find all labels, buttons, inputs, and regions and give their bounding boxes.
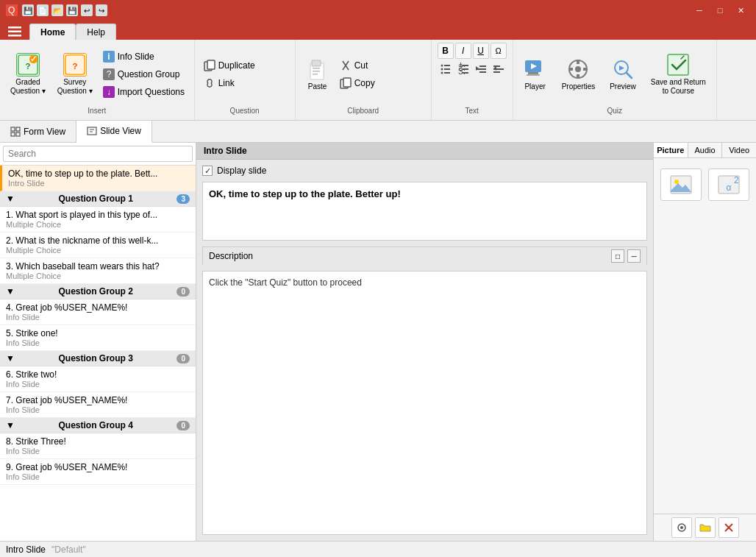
content-header: Intro Slide: [196, 143, 653, 160]
folder-tool-button[interactable]: [695, 517, 716, 538]
paste-icon: [306, 57, 329, 81]
list-item[interactable]: 5. Strike one! Info Slide: [0, 325, 196, 351]
duplicate-icon: [204, 60, 215, 71]
image-insert-button[interactable]: [660, 168, 702, 201]
italic-button[interactable]: I: [455, 43, 471, 59]
group1-badge: 3: [176, 194, 190, 204]
tab-help[interactable]: Help: [76, 24, 116, 40]
settings-tool-button[interactable]: [671, 517, 692, 538]
player-button[interactable]: Player: [519, 54, 552, 94]
list-item[interactable]: 4. Great job %USER_NAME%! Info Slide: [0, 299, 196, 325]
survey-question-button[interactable]: ? SurveyQuestion ▾: [53, 50, 97, 99]
text-format-row1: B I U Ω: [438, 43, 507, 59]
insert-buttons: ? ✓ GradedQuestion ▾ ? SurveyQuestion ▾: [6, 43, 188, 105]
bold-button[interactable]: B: [438, 43, 454, 59]
tab-home[interactable]: Home: [29, 24, 76, 40]
duplicate-button[interactable]: Duplicate: [201, 57, 289, 74]
form-view-icon: [10, 127, 21, 137]
clipboard-group-label: Clipboard: [347, 105, 379, 117]
item-subtitle: Info Slide: [6, 338, 190, 347]
list-item[interactable]: 8. Strike Three! Info Slide: [0, 433, 196, 459]
form-view-tab[interactable]: Form View: [0, 121, 76, 142]
list-item[interactable]: 7. Great job %USER_NAME%! Info Slide: [0, 392, 196, 418]
survey-question-icon: ?: [63, 53, 87, 77]
search-input[interactable]: [3, 146, 193, 162]
info-slide-button[interactable]: i Info Slide: [100, 49, 188, 65]
clipboard-buttons: Paste Cut Copy: [302, 43, 425, 105]
import-questions-icon: ↓: [103, 86, 115, 98]
item-subtitle: Info Slide: [6, 472, 190, 481]
minimize-button[interactable]: ─: [690, 3, 709, 18]
save-return-icon: [666, 53, 690, 77]
app-menu-button[interactable]: [3, 24, 26, 40]
right-panel: Picture Audio Video α 2: [653, 143, 756, 541]
underline-button[interactable]: U: [473, 43, 489, 59]
indent-decrease-button[interactable]: [473, 60, 489, 77]
slide-view-tab[interactable]: Slide View: [76, 121, 152, 143]
slide-view-icon: [87, 126, 97, 136]
player-icon: [524, 57, 547, 81]
numbered-list-button[interactable]: 1.2.3.: [455, 60, 471, 77]
bullets-button[interactable]: [438, 60, 454, 77]
svg-text:?: ?: [72, 61, 77, 70]
list-item[interactable]: 6. Strike two! Info Slide: [0, 366, 196, 392]
open-icon[interactable]: 📂: [51, 4, 63, 16]
list-item[interactable]: 2. What is the nickname of this well-k..…: [0, 233, 196, 258]
undo-icon[interactable]: ↩: [81, 4, 93, 16]
new-icon[interactable]: 📄: [37, 4, 49, 16]
item-subtitle: Multiple Choice: [6, 246, 190, 255]
svg-rect-18: [207, 60, 215, 69]
ribbon-group-clipboard: Paste Cut Copy Clipboard: [296, 40, 432, 120]
group3-header[interactable]: ▼ Question Group 3 0: [0, 351, 196, 366]
clipboard-small-buttons: Cut Copy: [337, 57, 425, 91]
ribbon-group-insert: ? ✓ GradedQuestion ▾ ? SurveyQuestion ▾: [0, 40, 195, 120]
desc-collapse-button[interactable]: ─: [627, 249, 641, 263]
app-icon: Q: [6, 4, 18, 16]
question-group-button[interactable]: ? Question Group: [100, 66, 188, 82]
description-text-area[interactable]: Click the "Start Quiz" button to proceed: [202, 271, 647, 535]
title-bar-left: Q 💾 📄 📂 💾 ↩ ↪: [6, 4, 107, 16]
svg-rect-44: [493, 68, 504, 70]
save2-icon[interactable]: 💾: [66, 4, 78, 16]
list-item[interactable]: 1. What sport is played in this type of.…: [0, 207, 196, 233]
graded-question-button[interactable]: ? ✓ GradedQuestion ▾: [6, 50, 50, 99]
intro-slide-item[interactable]: OK, time to step up to the plate. Bett..…: [0, 166, 196, 191]
main-text-editor[interactable]: OK, time to step up to the plate. Better…: [202, 182, 647, 241]
desc-expand-button[interactable]: □: [611, 249, 624, 263]
question-group-label: Question: [230, 105, 260, 117]
tab-audio[interactable]: Audio: [688, 143, 723, 157]
group1-header[interactable]: ▼ Question Group 1 3: [0, 191, 196, 207]
display-slide-checkbox[interactable]: [202, 166, 213, 176]
item-title: 6. Strike two!: [6, 369, 190, 380]
display-slide-label: Display slide: [217, 166, 266, 176]
paste-button[interactable]: Paste: [302, 54, 334, 94]
list-item[interactable]: 9. Great job %USER_NAME%! Info Slide: [0, 459, 196, 485]
save-return-button[interactable]: Save and Returnto Course: [646, 50, 710, 99]
formula-insert-button[interactable]: α 2: [708, 168, 749, 201]
cut-button[interactable]: Cut: [337, 57, 425, 74]
list-item[interactable]: 3. Which baseball team wears this hat? M…: [0, 258, 196, 284]
import-questions-button[interactable]: ↓ Import Questions: [100, 84, 188, 100]
sidebar-list: OK, time to step up to the plate. Bett..…: [0, 166, 196, 541]
properties-button[interactable]: Properties: [557, 54, 600, 94]
copy-button[interactable]: Copy: [337, 75, 425, 91]
redo-icon[interactable]: ↪: [96, 4, 107, 16]
description-header: Description □ ─: [202, 246, 647, 265]
close-button[interactable]: ✕: [731, 3, 750, 18]
group4-header[interactable]: ▼ Question Group 4 0: [0, 418, 196, 433]
group2-header[interactable]: ▼ Question Group 2 0: [0, 284, 196, 299]
media-buttons-area: α 2: [654, 158, 756, 211]
delete-tool-button[interactable]: [718, 517, 739, 538]
save-icon[interactable]: 💾: [22, 4, 34, 16]
insert-group-label: Insert: [88, 105, 106, 117]
tab-video[interactable]: Video: [722, 143, 756, 157]
tab-picture[interactable]: Picture: [654, 143, 688, 157]
preview-button[interactable]: Preview: [605, 54, 641, 94]
indent-increase-button[interactable]: [491, 60, 507, 77]
item-title: 5. Strike one!: [6, 328, 190, 338]
svg-rect-2: [8, 26, 21, 29]
special-char-button[interactable]: Ω: [491, 43, 507, 59]
text-buttons: B I U Ω 1.2.3.: [438, 43, 507, 105]
maximize-button[interactable]: □: [710, 3, 730, 18]
link-button[interactable]: Link: [201, 75, 289, 91]
